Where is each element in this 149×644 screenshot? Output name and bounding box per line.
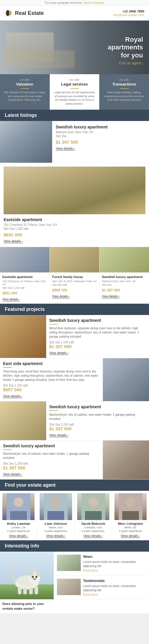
- project-4-title: Swedish luxury apartment: [3, 443, 100, 448]
- svg-point-8: [51, 497, 60, 507]
- dog-article-title: Does allowing pets in your rentals make …: [0, 599, 54, 613]
- listing-three-col: Eastside apartment 150 Chambers St Tribe…: [0, 272, 149, 304]
- agent-1-view[interactable]: View details: [9, 534, 28, 538]
- listing-large-image: [4, 167, 145, 214]
- project-3-price: $1 307 500: [49, 426, 146, 431]
- project-4-view[interactable]: View details: [3, 472, 22, 476]
- listing-large-view[interactable]: View details: [4, 239, 23, 243]
- project-1-view[interactable]: View details: [49, 351, 69, 355]
- col1-view[interactable]: View details: [2, 298, 20, 301]
- svg-point-27: [35, 576, 37, 578]
- interesting-header: Interesting info: [0, 540, 149, 552]
- agent-3-view[interactable]: View details: [83, 534, 103, 538]
- logo-text: Real Estate: [15, 10, 44, 16]
- svg-rect-29: [18, 587, 21, 594]
- project-4: Swedish luxury apartment Washer/dryer, l…: [0, 440, 149, 479]
- service-3-label: We offer: [103, 78, 146, 81]
- find-agent-content: Andry Lawman London, UK 2 years experien…: [0, 491, 149, 540]
- featured-projects-header: Featured projects: [0, 304, 149, 315]
- agent-2-name: Liam Johnson: [40, 522, 72, 525]
- listing-col-2: Forest family house 399 11th St #200, Pa…: [50, 273, 100, 304]
- find-agent-title: Find your estate agent: [5, 482, 56, 488]
- col1-specs: 3bd 1ba 1,100 sqft: [2, 286, 47, 289]
- service-2-label: We offer: [53, 78, 96, 81]
- project-4-info: Swedish luxury apartment Washer/dryer, l…: [0, 440, 103, 479]
- news-image: [57, 555, 81, 571]
- listing-large-price: $651 000: [4, 232, 145, 237]
- service-legal: We offer Legal services Legal services f…: [50, 74, 100, 110]
- col3-price: $1 307 500: [102, 288, 147, 292]
- project-1-image: [0, 315, 46, 358]
- project-3-divider: [49, 410, 58, 411]
- svg-point-4: [14, 497, 23, 507]
- col2-title: Forest family house: [52, 275, 97, 279]
- svg-rect-31: [29, 587, 33, 594]
- project-1-divider: [49, 324, 58, 325]
- svg-rect-18: [122, 511, 139, 520]
- latest-listings-header: Latest listings: [0, 110, 149, 121]
- col1-location: 150 Chambers St Tribeca, New York, NY: [2, 280, 47, 286]
- header: Real Estate +12 3456 7890 info@real-esta…: [0, 6, 149, 21]
- view-browser-link[interactable]: view in browser: [83, 1, 104, 4]
- agent-2-avatar: [40, 493, 72, 520]
- news-link[interactable]: Read More: [83, 569, 98, 572]
- agent-2-exp: 6 years experience: [40, 530, 72, 533]
- project-3-info: Swedish luxury apartment Washer/dryer, l…: [46, 401, 149, 440]
- listing-col-1: Eastside apartment 150 Chambers St Tribe…: [0, 273, 50, 304]
- service-transactions: We offer Transactions Real estate activi…: [100, 74, 149, 110]
- thumb-1-img: [0, 247, 49, 272]
- listing-thumb-2: [50, 247, 100, 272]
- agent-2-view[interactable]: View details: [46, 534, 66, 538]
- project-3-specs: 2bd 1ba 1,100 sqft: [49, 423, 146, 426]
- hero-text: Royal apartments for you Find an agent: [108, 36, 143, 65]
- hero-banner: Royal apartments for you Find an agent: [0, 21, 149, 74]
- testimonials-item: Testimonials Lorem ipsum dolor sit amet,…: [54, 576, 149, 600]
- agent-4-exp: 5 years experience: [114, 530, 147, 533]
- agent-2-photo: [40, 493, 72, 520]
- svg-point-12: [89, 497, 98, 507]
- listing-thumb-3: [100, 247, 149, 272]
- project-1-specs: 3bd 1ba 1,100 sqft: [49, 341, 146, 344]
- listing-featured-title: Swedish luxury apartment: [56, 125, 145, 129]
- agent-3: Jacob Babcock Colorado, USA 4 years expe…: [75, 491, 112, 540]
- service-1-title: Valuation: [3, 82, 46, 86]
- agent-1-location: London, UK: [2, 526, 35, 529]
- project-2-desc: Tiled living area, wood floor bedroom, s…: [3, 370, 100, 382]
- agent-3-avatar: [77, 493, 109, 520]
- top-bar: For your computer test here. view in bro…: [0, 0, 149, 6]
- col2-view[interactable]: View details: [52, 295, 70, 298]
- news-content: News Lorem ipsum dolor sit amet, consect…: [83, 555, 146, 572]
- agent-grid: Andry Lawman London, UK 2 years experien…: [0, 491, 149, 540]
- hero-headline: Royal apartments for you: [108, 36, 143, 59]
- project-3-view[interactable]: View details: [49, 433, 69, 437]
- project-3-image: [0, 401, 46, 440]
- listing-three-images: [0, 247, 149, 272]
- col3-title: Swedish luxury apartment: [102, 275, 147, 279]
- listing-large-title: Eastside apartment: [4, 217, 145, 222]
- project-1-info: Swedish luxury apartment Wood floor bedr…: [46, 315, 149, 358]
- agent-3-name: Jacob Babcock: [77, 522, 109, 525]
- agent-3-photo: [77, 493, 109, 520]
- project-2-info: East side apartment Tiled living area, w…: [0, 358, 103, 401]
- testimonials-link[interactable]: Read More: [83, 593, 98, 596]
- agent-4-view[interactable]: View details: [121, 534, 140, 538]
- project-2-view[interactable]: View details: [3, 394, 22, 398]
- agent-4-name: Marc Livingston: [114, 522, 147, 525]
- top-bar-text: For your computer test here.: [45, 1, 83, 4]
- project-2: East side apartment Tiled living area, w…: [0, 358, 149, 401]
- dog-svg: [0, 552, 54, 599]
- project-4-image: [103, 440, 149, 479]
- agent-1: Andry Lawman London, UK 2 years experien…: [0, 491, 37, 540]
- listing-featured-info: Swedish luxury apartment Midtown East, N…: [52, 121, 149, 163]
- listing-featured-view[interactable]: View details: [56, 147, 75, 150]
- listing-featured-location: Midtown East, New York, NY: [56, 131, 145, 134]
- dog-image: [0, 552, 54, 599]
- project-4-desc: Washer/dryer, lots of cabinet, new water…: [3, 452, 100, 460]
- project-3-title: Swedish luxury apartment: [49, 404, 146, 409]
- news-title: News: [83, 555, 146, 559]
- interesting-left: Does allowing pets in your rentals make …: [0, 552, 54, 613]
- logo: Real Estate: [5, 9, 44, 17]
- project-4-price: $1 307 500: [3, 465, 100, 470]
- col3-view[interactable]: View details: [102, 295, 119, 298]
- hero-cta[interactable]: Find an agent: [108, 61, 143, 65]
